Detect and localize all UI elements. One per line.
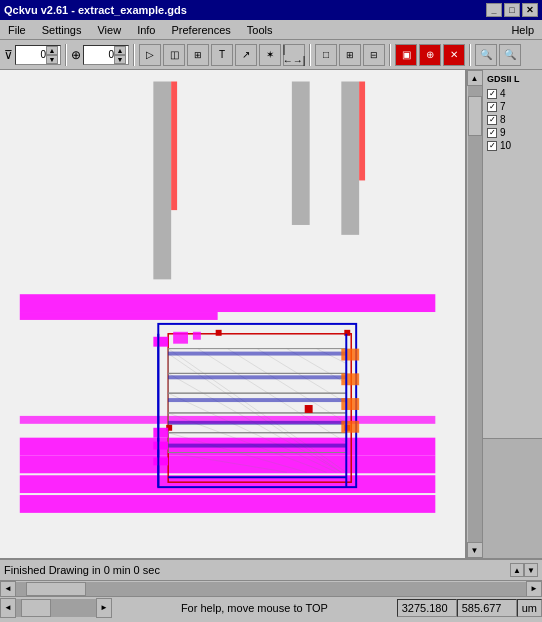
svg-rect-48	[153, 337, 168, 347]
svg-rect-36	[168, 398, 346, 402]
layer-7-label: 7	[500, 101, 506, 112]
window-title: Qckvu v2.61 - extract_example.gds	[4, 4, 187, 16]
tool-zoom-out[interactable]: 🔍	[499, 44, 521, 66]
v-scrollbar[interactable]: ▲ ▼	[466, 70, 482, 558]
tool-star[interactable]: ✶	[259, 44, 281, 66]
tool-polygon[interactable]: ◫	[163, 44, 185, 66]
tool-stop[interactable]: ✕	[443, 44, 465, 66]
svg-rect-3	[292, 82, 310, 225]
tool-ruler[interactable]: |←→|	[283, 44, 305, 66]
h-scrollbar[interactable]: ◄ ►	[0, 580, 542, 596]
svg-rect-37	[168, 421, 346, 425]
layer-7-checkbox[interactable]: ✓	[487, 102, 497, 112]
tool-zoom-in[interactable]: ⊕	[419, 44, 441, 66]
layer-list: GDSII L ✓ 4 ✓ 7 ✓ 8 ✓ 9 ✓	[483, 70, 542, 438]
svg-rect-44	[341, 349, 359, 361]
vscroll-track[interactable]	[468, 86, 482, 542]
menu-settings[interactable]: Settings	[38, 22, 86, 38]
svg-rect-7	[20, 312, 218, 320]
tool-zoom-fit[interactable]: 🔍	[475, 44, 497, 66]
menu-info[interactable]: Info	[133, 22, 159, 38]
right-panel: GDSII L ✓ 4 ✓ 7 ✓ 8 ✓ 9 ✓	[482, 70, 542, 558]
vscroll-up-btn[interactable]: ▲	[467, 70, 483, 86]
tool-rect[interactable]: □	[315, 44, 337, 66]
layer-8-label: 8	[500, 114, 506, 125]
title-bar: Qckvu v2.61 - extract_example.gds _ □ ✕	[0, 0, 542, 20]
vscroll-down-btn[interactable]: ▼	[467, 542, 483, 558]
coord-y: 585.677	[457, 599, 517, 617]
svg-rect-1	[153, 82, 171, 280]
right-panel-container: ▲ ▼ GDSII L ✓ 4 ✓ 7 ✓ 8	[466, 70, 542, 558]
status-scroll-down[interactable]: ▼	[524, 563, 538, 577]
menu-view[interactable]: View	[93, 22, 125, 38]
coord-x: 3275.180	[397, 599, 457, 617]
svg-rect-47	[341, 421, 359, 433]
layer-10-label: 10	[500, 140, 511, 151]
svg-rect-2	[171, 82, 177, 211]
help-text: For help, move mouse to TOP	[112, 602, 397, 614]
angle-icon: ⊕	[71, 48, 81, 62]
layer-item-9: ✓ 9	[487, 127, 538, 138]
filter-input-group[interactable]: ▲ ▼	[15, 45, 61, 65]
angle-spin-up[interactable]: ▲	[114, 46, 126, 55]
svg-rect-43	[305, 405, 313, 413]
vscroll-thumb[interactable]	[468, 96, 482, 136]
bottom-scroll-right[interactable]: ►	[96, 598, 112, 618]
svg-rect-33	[193, 332, 201, 340]
layer-item-10: ✓ 10	[487, 140, 538, 151]
svg-rect-34	[168, 352, 346, 356]
filter-spinner: ▲ ▼	[46, 46, 58, 64]
sep4	[389, 44, 391, 66]
menu-bar: File Settings View Info Preferences Tool…	[0, 20, 542, 40]
filter-input[interactable]	[18, 46, 46, 64]
tool-fill[interactable]: ▣	[395, 44, 417, 66]
layer-9-checkbox[interactable]: ✓	[487, 128, 497, 138]
hscroll-left-btn[interactable]: ◄	[0, 581, 16, 597]
canvas-area[interactable]	[0, 70, 466, 558]
bottom-scroll-left[interactable]: ◄	[0, 598, 16, 618]
svg-rect-35	[168, 375, 346, 379]
hscroll-thumb[interactable]	[26, 582, 86, 596]
hscroll-right-btn[interactable]: ►	[526, 581, 542, 597]
hscroll-track[interactable]	[16, 582, 526, 596]
filter-icon: ⊽	[4, 48, 13, 62]
bottom-scroll-track[interactable]	[16, 599, 96, 617]
angle-input[interactable]	[86, 46, 114, 64]
close-button[interactable]: ✕	[522, 3, 538, 17]
angle-spin-down[interactable]: ▼	[114, 55, 126, 64]
svg-rect-38	[168, 444, 346, 448]
layer-9-label: 9	[500, 127, 506, 138]
svg-rect-9	[20, 455, 436, 473]
tool-cross[interactable]: ⊟	[363, 44, 385, 66]
bottom-scroll-thumb[interactable]	[21, 599, 51, 617]
tool-grid[interactable]: ⊞	[187, 44, 209, 66]
menu-help[interactable]: Help	[507, 22, 538, 38]
status-scroll-up[interactable]: ▲	[510, 563, 524, 577]
filter-spin-down[interactable]: ▼	[46, 55, 58, 64]
menu-file[interactable]: File	[4, 22, 30, 38]
right-panel-bottom	[483, 438, 542, 558]
svg-rect-50	[153, 442, 168, 450]
tool-select[interactable]: ▷	[139, 44, 161, 66]
maximize-button[interactable]: □	[504, 3, 520, 17]
angle-input-group[interactable]: ▲ ▼	[83, 45, 129, 65]
status-bar: Finished Drawing in 0 min 0 sec ▲ ▼	[0, 558, 542, 580]
angle-group: ⊕ ▲ ▼	[71, 45, 129, 65]
minimize-button[interactable]: _	[486, 3, 502, 17]
layer-4-label: 4	[500, 88, 506, 99]
tool-arrow[interactable]: ↗	[235, 44, 257, 66]
svg-rect-6	[20, 294, 436, 312]
layer-4-checkbox[interactable]: ✓	[487, 89, 497, 99]
svg-rect-39	[216, 330, 222, 336]
tool-dots[interactable]: ⊞	[339, 44, 361, 66]
layer-10-checkbox[interactable]: ✓	[487, 141, 497, 151]
menu-tools[interactable]: Tools	[243, 22, 277, 38]
layer-item-4: ✓ 4	[487, 88, 538, 99]
filter-spin-up[interactable]: ▲	[46, 46, 58, 55]
layer-item-8: ✓ 8	[487, 114, 538, 125]
layer-item-7: ✓ 7	[487, 101, 538, 112]
layer-8-checkbox[interactable]: ✓	[487, 115, 497, 125]
tool-text[interactable]: T	[211, 44, 233, 66]
menu-preferences[interactable]: Preferences	[168, 22, 235, 38]
main-area: ▲ ▼ GDSII L ✓ 4 ✓ 7 ✓ 8	[0, 70, 542, 558]
